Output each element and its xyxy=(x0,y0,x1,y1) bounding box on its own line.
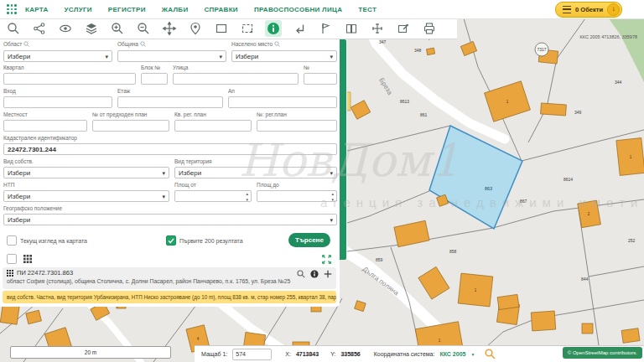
objects-button[interactable]: 0 Обекти ↓ xyxy=(555,2,622,18)
crs-select[interactable]: ККС 2005 xyxy=(439,351,465,357)
info-icon[interactable] xyxy=(265,20,282,37)
nav-item-pravosposobni-litsa[interactable]: ПРАВОСПОСОБНИ ЛИЦА xyxy=(254,6,342,13)
first-200-label: Първите 200 резултата xyxy=(179,238,243,244)
ulitsa-label: Улица xyxy=(173,65,188,70)
coordinate-search-icon[interactable] xyxy=(485,349,496,359)
kad-id-label: Кадастрален идентификатор xyxy=(3,135,77,141)
select-polygon-icon[interactable] xyxy=(239,20,256,37)
svg-text:867: 867 xyxy=(520,199,527,204)
ap-input[interactable] xyxy=(228,96,337,108)
zone-circle-label: 7317 xyxy=(537,47,546,52)
svg-text:859: 859 xyxy=(376,257,383,262)
kv-reg-plan-input[interactable] xyxy=(174,120,252,132)
svg-text:252: 252 xyxy=(628,238,636,243)
apps-grid-icon[interactable] xyxy=(7,4,17,14)
no-reg-plan-input[interactable] xyxy=(257,120,337,132)
nomer-input[interactable] xyxy=(304,73,337,85)
ulitsa-input[interactable] xyxy=(173,73,299,85)
geo-select[interactable]: Избери xyxy=(3,214,337,225)
nav-item-test[interactable]: ТЕСТ xyxy=(358,6,377,13)
nav-item-zhalbi[interactable]: ЖАЛБИ xyxy=(162,6,189,13)
scale-label: Мащаб 1: xyxy=(201,351,227,357)
prev-plan-label: № от предходен план xyxy=(92,111,147,117)
results-select-all-checkbox[interactable] xyxy=(7,254,17,264)
etazh-input[interactable] xyxy=(117,96,223,108)
nav-item-uslugi[interactable]: УСЛУГИ xyxy=(65,6,92,13)
location-pin-icon[interactable] xyxy=(187,20,204,37)
select-features-icon[interactable] xyxy=(31,20,48,37)
oblast-select[interactable]: Избери xyxy=(3,50,112,62)
prev-plan-input[interactable] xyxy=(92,120,169,132)
measure-icon[interactable] xyxy=(369,20,386,37)
plosht-do-label: Площ до xyxy=(257,182,279,188)
layers-icon[interactable] xyxy=(83,20,100,37)
extent-box-icon[interactable] xyxy=(395,20,412,37)
y-value: 335856 xyxy=(340,351,360,357)
vid-teritoria-select[interactable]: Избери xyxy=(174,167,337,178)
vhod-input[interactable] xyxy=(3,96,112,108)
result-item[interactable]: ПИ 22472.7301.863 област София (столица)… xyxy=(3,267,336,289)
results-panel: ПИ 22472.7301.863 област София (столица)… xyxy=(0,251,340,307)
current-view-checkbox-row[interactable]: Текущ изглед на картата xyxy=(7,235,87,246)
ntp-select[interactable]: Избери xyxy=(3,190,169,202)
kvartal-label: Квартал xyxy=(3,65,24,70)
search-icon[interactable] xyxy=(5,20,22,37)
previous-extent-icon[interactable] xyxy=(291,20,308,37)
crs-caret-icon[interactable]: ▼ xyxy=(470,352,475,357)
vhod-label: Вход xyxy=(3,88,16,94)
zoom-out-icon[interactable] xyxy=(135,20,152,37)
y-label: Y: xyxy=(330,351,335,357)
x-label: X: xyxy=(285,351,291,357)
etazh-label: Етаж xyxy=(117,88,130,94)
nav-item-spravki[interactable]: СПРАВКИ xyxy=(204,6,237,13)
kad-id-input[interactable]: 22472.7301.244 xyxy=(3,143,337,155)
add-result-icon[interactable] xyxy=(324,270,332,278)
print-icon[interactable] xyxy=(421,20,438,37)
menu-icon xyxy=(563,6,571,13)
first-200-checkbox-row[interactable]: Първите 200 резултата xyxy=(166,235,243,246)
svg-text:8614: 8614 xyxy=(564,177,573,182)
nav-item-karta[interactable]: КАРТА xyxy=(25,6,49,13)
field-search-icon[interactable] xyxy=(140,41,146,47)
svg-text:349: 349 xyxy=(574,110,582,115)
grid-view-icon[interactable] xyxy=(23,255,32,263)
current-view-checkbox[interactable] xyxy=(7,235,17,246)
scale-input[interactable]: 574 xyxy=(232,349,272,360)
crs-label: Координатна система: xyxy=(374,351,435,357)
field-search-icon[interactable] xyxy=(23,41,29,47)
expand-results-icon[interactable] xyxy=(322,255,331,264)
naseleno-select[interactable]: Избери xyxy=(231,50,337,62)
vid-sobstv-select[interactable]: Избери xyxy=(3,167,169,178)
eye-icon[interactable] xyxy=(57,20,74,37)
panel-resize-handle[interactable] xyxy=(340,39,346,260)
map-toolbar xyxy=(0,18,457,39)
blok-label: Блок № xyxy=(141,65,160,70)
nav-item-registri[interactable]: РЕГИСТРИ xyxy=(108,6,146,13)
plosht-ot-stepper[interactable] xyxy=(174,190,252,202)
spatial-flag-icon[interactable] xyxy=(317,20,334,37)
result-info-icon[interactable] xyxy=(310,270,319,278)
obshtina-select[interactable] xyxy=(117,50,226,62)
search-button[interactable]: Търсене xyxy=(288,233,330,247)
result-item-id: ПИ 22472.7301.863 xyxy=(17,269,73,277)
blok-input[interactable] xyxy=(141,73,168,85)
osm-attribution[interactable]: © OpenStreetMap contributors. xyxy=(563,347,642,359)
download-icon[interactable]: ↓ xyxy=(607,3,620,16)
kvartal-input[interactable] xyxy=(3,73,136,85)
svg-text:8613: 8613 xyxy=(400,99,409,104)
top-navigation: КАРТА УСЛУГИ РЕГИСТРИ ЖАЛБИ СПРАВКИ ПРАВ… xyxy=(0,0,644,19)
select-rectangle-icon[interactable] xyxy=(213,20,230,37)
plosht-do-stepper[interactable] xyxy=(257,190,337,202)
svg-text:844: 844 xyxy=(581,277,589,282)
plosht-ot-label: Площ от xyxy=(174,182,196,188)
field-search-icon[interactable] xyxy=(274,41,280,47)
first-200-checkbox[interactable] xyxy=(166,235,176,246)
x-value: 4713843 xyxy=(296,351,319,357)
ap-label: Ап xyxy=(228,88,235,94)
zoom-to-result-icon[interactable] xyxy=(297,270,305,278)
vid-teritoria-label: Вид територия xyxy=(174,158,212,164)
zoom-in-icon[interactable] xyxy=(109,20,126,37)
mestnost-input[interactable] xyxy=(3,120,87,132)
legend-book-icon[interactable] xyxy=(343,20,360,37)
pan-icon[interactable] xyxy=(161,20,178,37)
